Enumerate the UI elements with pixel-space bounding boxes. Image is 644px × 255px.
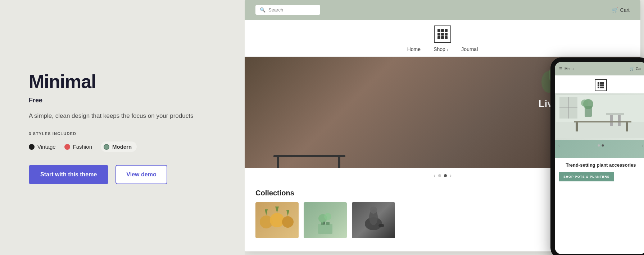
svg-point-18 (370, 207, 377, 214)
hero-table-leg-right (338, 157, 340, 168)
cart-label: Cart (620, 7, 630, 13)
cart-icon: 🛒 (612, 7, 618, 13)
phone-screen: ☰ Menu 🛒 Cart (555, 62, 644, 254)
svg-rect-15 (323, 222, 325, 224)
theme-price: Free (29, 97, 216, 104)
search-placeholder-text: Search (268, 7, 283, 13)
theme-title: Minimal (29, 71, 216, 92)
store-search-box[interactable]: 🔍 Search (255, 5, 320, 15)
store-topbar: 🔍 Search 🛒 Cart (245, 0, 640, 20)
modern-dot (104, 144, 109, 150)
phone-next-arrow[interactable]: › (642, 143, 643, 148)
svg-rect-10 (318, 224, 332, 234)
view-demo-button[interactable]: View demo (115, 165, 167, 184)
vintage-dot (29, 144, 35, 150)
phone-topbar: ☰ Menu 🛒 Cart (555, 62, 644, 75)
phone-menu-label: Menu (564, 67, 573, 71)
collection-card-3[interactable] (352, 202, 395, 238)
right-panel: 🔍 Search 🛒 Cart Home Shop Journal (245, 0, 644, 255)
svg-point-19 (378, 224, 384, 227)
vintage-label: Vintage (37, 144, 56, 150)
svg-rect-30 (618, 115, 621, 126)
svg-rect-32 (576, 122, 578, 131)
svg-point-5 (270, 213, 284, 227)
phone-hero-dots (598, 144, 604, 147)
theme-description: A simple, clean design that keeps the fo… (29, 111, 209, 121)
phone-cart-icon: 🛒 (630, 67, 634, 71)
phone-hero-dot-2[interactable] (602, 144, 604, 147)
svg-marker-8 (275, 207, 279, 213)
svg-marker-7 (265, 209, 268, 215)
hero-next-arrow[interactable]: › (450, 172, 452, 179)
collection-card-1[interactable] (255, 202, 299, 238)
svg-rect-28 (606, 113, 624, 115)
phone-cart-label: Cart (636, 67, 643, 71)
svg-point-27 (581, 99, 588, 107)
svg-rect-29 (610, 115, 613, 126)
hero-table (273, 155, 345, 157)
hero-dot-1[interactable] (438, 174, 441, 177)
phone-hero: ‹ › (555, 93, 644, 158)
collection-card-2[interactable] (304, 202, 347, 238)
phone-logo-box (595, 79, 607, 91)
phone-preview: ☰ Menu 🛒 Cart (550, 57, 644, 255)
store-logo (434, 26, 451, 43)
phone-hero-image (555, 93, 644, 140)
phone-shop-button[interactable]: SHOP POTS & PLANTERS (559, 172, 614, 181)
hero-table-leg-left (277, 157, 279, 168)
menu-item-shop[interactable]: Shop (434, 46, 448, 52)
style-option-modern[interactable]: Modern (101, 142, 137, 152)
svg-point-14 (324, 213, 331, 220)
phone-product-title: Trend-setting plant accessories (555, 158, 644, 170)
style-option-fashion[interactable]: Fashion (64, 144, 92, 150)
menu-item-journal[interactable]: Journal (461, 46, 478, 52)
phone-hero-dot-1[interactable] (598, 144, 600, 147)
style-options: Vintage Fashion Modern (29, 142, 216, 152)
svg-rect-31 (574, 121, 631, 122)
svg-rect-33 (626, 122, 628, 131)
phone-store-logo (555, 75, 644, 93)
menu-item-home[interactable]: Home (407, 46, 421, 52)
search-icon: 🔍 (260, 7, 266, 13)
hero-dot-2[interactable] (444, 174, 447, 177)
store-nav: Home Shop Journal (245, 20, 640, 57)
phone-prev-arrow[interactable]: ‹ (558, 143, 560, 148)
phone-menu-icon[interactable]: ☰ (559, 66, 563, 71)
start-theme-button[interactable]: Start with this theme (29, 165, 108, 184)
hero-prev-arrow[interactable]: ‹ (434, 172, 435, 179)
button-row: Start with this theme View demo (29, 165, 216, 184)
fashion-dot (64, 144, 70, 150)
styles-label: 3 STYLES INCLUDED (29, 131, 216, 136)
store-cart[interactable]: 🛒 Cart (612, 7, 630, 13)
svg-point-6 (282, 216, 294, 228)
modern-label: Modern (112, 144, 132, 150)
svg-rect-12 (326, 222, 330, 225)
style-option-vintage[interactable]: Vintage (29, 144, 56, 150)
fashion-label: Fashion (73, 144, 92, 150)
store-menu: Home Shop Journal (407, 46, 478, 52)
svg-marker-9 (286, 210, 289, 216)
left-panel: Minimal Free A simple, clean design that… (0, 0, 245, 255)
